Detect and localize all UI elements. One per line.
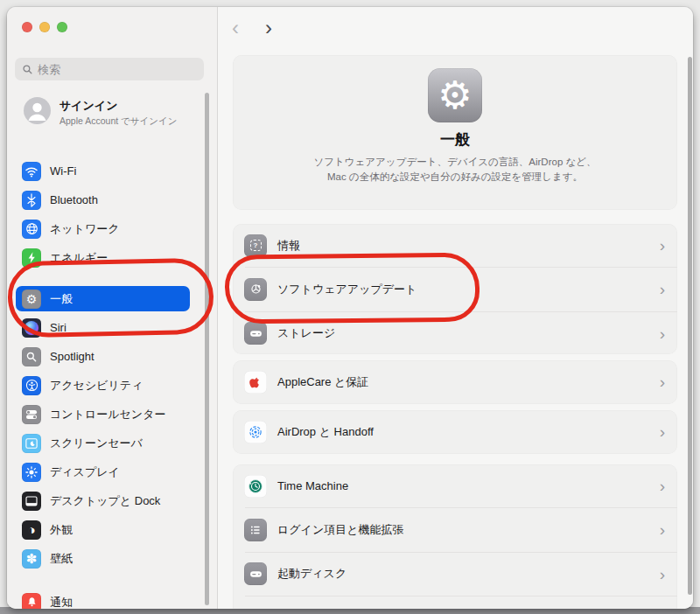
sidebar-item-label: Spotlight bbox=[50, 350, 94, 363]
row-label: ソフトウェアアップデート bbox=[277, 282, 416, 297]
login-items-icon bbox=[244, 519, 267, 541]
chevron-right-icon: › bbox=[660, 423, 665, 440]
sidebar-item-label: 一般 bbox=[50, 291, 73, 307]
sidebar-item-displays[interactable]: ディスプレイ bbox=[16, 457, 190, 486]
dock-icon bbox=[22, 492, 41, 511]
chevron-right-icon: › bbox=[660, 478, 665, 494]
sidebar-item-label: アクセシビリティ bbox=[50, 378, 143, 394]
avatar bbox=[24, 97, 51, 124]
row-storage[interactable]: ストレージ › bbox=[233, 312, 677, 355]
zoom-button[interactable] bbox=[57, 22, 67, 32]
globe-icon bbox=[22, 220, 41, 239]
sidebar-item-energy[interactable]: エネルギー bbox=[16, 243, 190, 272]
row-startup-disk[interactable]: 起動ディスク › bbox=[233, 553, 677, 596]
row-label: AirDrop と Handoff bbox=[277, 424, 374, 440]
chevron-right-icon: › bbox=[660, 373, 665, 390]
sidebar-item-accessibility[interactable]: アクセシビリティ bbox=[16, 371, 190, 400]
sidebar-item-label: 通知 bbox=[50, 595, 73, 610]
sidebar-item-control-center[interactable]: コントロールセンター bbox=[16, 400, 190, 429]
forward-button[interactable]: › bbox=[265, 17, 272, 38]
row-label: 情報 bbox=[277, 238, 300, 254]
airdrop-icon bbox=[244, 421, 267, 443]
row-label: 起動ディスク bbox=[277, 566, 346, 582]
row-time-machine[interactable]: Time Machine › bbox=[233, 464, 677, 507]
sidebar-item-label: Wi-Fi bbox=[50, 164, 76, 178]
bluetooth-icon bbox=[22, 191, 41, 210]
wifi-icon bbox=[22, 162, 41, 181]
sidebar-item-general[interactable]: ⚙ 一般 bbox=[16, 286, 190, 311]
back-button[interactable]: ‹ bbox=[232, 17, 239, 38]
row-airdrop-handoff[interactable]: AirDrop と Handoff › bbox=[233, 410, 677, 453]
sidebar-scrollbar[interactable] bbox=[205, 93, 209, 605]
sidebar-item-appearance[interactable]: ◑ 外観 bbox=[16, 515, 190, 544]
row-about[interactable]: ? 情報 › bbox=[233, 224, 677, 267]
chevron-right-icon: › bbox=[660, 521, 665, 538]
software-update-icon bbox=[244, 278, 267, 301]
magnifier-icon bbox=[22, 347, 41, 366]
screensaver-icon bbox=[22, 434, 41, 453]
page-title: 一般 bbox=[233, 129, 677, 150]
row-applecare[interactable]: AppleCare と保証 › bbox=[233, 360, 677, 403]
sidebar-item-bluetooth[interactable]: Bluetooth bbox=[16, 185, 190, 214]
sidebar-item-wifi[interactable]: Wi-Fi bbox=[16, 157, 190, 185]
divider bbox=[245, 596, 677, 597]
sidebar-item-label: コントロールセンター bbox=[50, 407, 165, 422]
sidebar: サインイン Apple Account でサインイン Wi-Fi bbox=[7, 7, 218, 609]
row-label: AppleCare と保証 bbox=[277, 374, 368, 390]
general-gear-icon: ⚙ bbox=[428, 68, 482, 122]
sign-in-title: サインイン bbox=[60, 98, 189, 114]
storage-icon bbox=[244, 322, 267, 345]
appearance-icon: ◑ bbox=[22, 520, 41, 540]
system-settings-screenshot: サインイン Apple Account でサインイン Wi-Fi bbox=[0, 0, 700, 614]
lightning-icon bbox=[22, 248, 41, 268]
settings-group-card: Time Machine › ログイン項目と機能拡張 › bbox=[233, 464, 677, 609]
sidebar-item-notifications[interactable]: 通知 bbox=[16, 588, 190, 609]
general-header-card: ⚙ 一般 ソフトウェアアップデート、デバイスの言語、AirDrop など、 Ma… bbox=[233, 55, 677, 210]
minimize-button[interactable] bbox=[39, 22, 50, 32]
chevron-right-icon: › bbox=[660, 237, 665, 254]
sidebar-item-label: エネルギー bbox=[50, 250, 108, 266]
about-icon: ? bbox=[244, 234, 267, 257]
sidebar-item-label: Siri bbox=[50, 321, 66, 334]
row-label: Time Machine bbox=[277, 479, 348, 492]
settings-group-card: ? 情報 › ソフトウェアアップデート › bbox=[233, 224, 677, 354]
sidebar-item-desktop-dock[interactable]: デスクトップと Dock bbox=[16, 486, 190, 515]
sidebar-group-connectivity: Wi-Fi Bluetooth bbox=[16, 157, 190, 272]
sidebar-item-siri[interactable]: Siri bbox=[16, 313, 190, 342]
main-scrollbar[interactable] bbox=[688, 57, 692, 595]
search-field[interactable] bbox=[15, 58, 204, 80]
sign-in-subtitle: Apple Account でサインイン bbox=[60, 115, 189, 128]
row-label: ログイン項目と機能拡張 bbox=[277, 522, 404, 538]
page-description-line1: ソフトウェアアップデート、デバイスの言語、AirDrop など、 bbox=[233, 155, 677, 170]
settings-group-card: AppleCare と保証 › bbox=[233, 360, 677, 404]
system-settings-window: サインイン Apple Account でサインイン Wi-Fi bbox=[7, 7, 693, 609]
chevron-right-icon: › bbox=[660, 325, 665, 342]
sidebar-item-spotlight[interactable]: Spotlight bbox=[16, 342, 190, 371]
sidebar-item-screensaver[interactable]: スクリーンセーバ bbox=[16, 429, 190, 457]
startup-disk-icon bbox=[244, 562, 267, 585]
sidebar-item-label: デスクトップと Dock bbox=[50, 493, 160, 509]
sign-in-item[interactable]: サインイン Apple Account でサインイン bbox=[24, 97, 189, 128]
accessibility-icon bbox=[22, 376, 41, 395]
content-pane: ‹ › ⚙ 一般 ソフトウェアアップデート、デバイスの言語、AirDrop など… bbox=[218, 7, 693, 609]
flower-icon: ✽ bbox=[22, 549, 41, 569]
sidebar-item-label: Bluetooth bbox=[50, 193, 98, 206]
row-software-update[interactable]: ソフトウェアアップデート › bbox=[233, 268, 677, 310]
sidebar-item-label: スクリーンセーバ bbox=[50, 436, 143, 451]
sidebar-item-label: 壁紙 bbox=[50, 551, 73, 567]
search-input[interactable] bbox=[38, 63, 197, 76]
close-button[interactable] bbox=[22, 22, 32, 32]
toggles-icon bbox=[22, 405, 41, 424]
sidebar-item-network[interactable]: ネットワーク bbox=[16, 214, 190, 243]
sidebar-item-label: ネットワーク bbox=[50, 221, 120, 237]
sidebar-group-notifications: 通知 bbox=[16, 588, 190, 609]
sidebar-group-system: ⚙ 一般 Siri Spotlight bbox=[16, 284, 190, 573]
chevron-right-icon: › bbox=[660, 566, 665, 583]
settings-group-card: AirDrop と Handoff › bbox=[233, 410, 677, 454]
time-machine-icon bbox=[244, 475, 267, 498]
siri-icon bbox=[22, 318, 41, 338]
sidebar-item-label: ディスプレイ bbox=[50, 464, 120, 480]
row-login-items[interactable]: ログイン項目と機能拡張 › bbox=[233, 508, 677, 551]
chevron-right-icon: › bbox=[660, 281, 665, 297]
sidebar-item-wallpaper[interactable]: ✽ 壁紙 bbox=[16, 544, 190, 573]
